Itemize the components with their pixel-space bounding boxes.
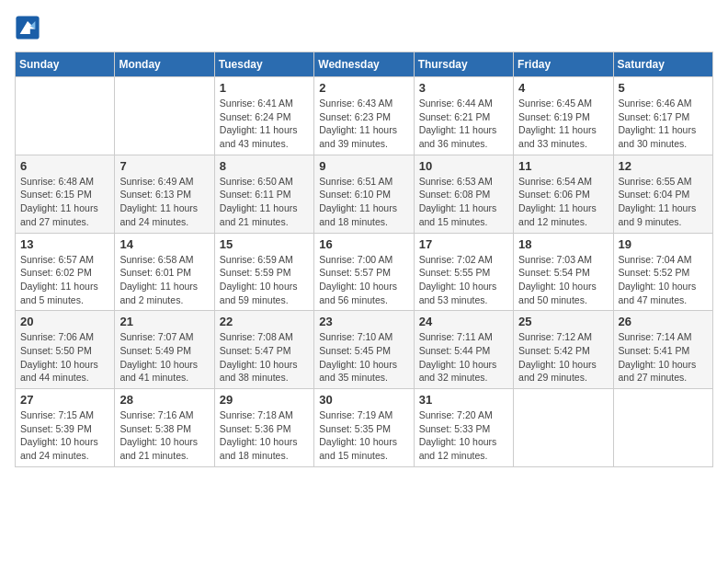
- day-number: 13: [20, 237, 109, 251]
- calendar-cell: [115, 77, 214, 155]
- calendar-week-row: 13Sunrise: 6:57 AM Sunset: 6:02 PM Dayli…: [16, 233, 713, 311]
- calendar-table: SundayMondayTuesdayWednesdayThursdayFrid…: [15, 52, 713, 467]
- calendar-cell: 14Sunrise: 6:58 AM Sunset: 6:01 PM Dayli…: [115, 233, 214, 311]
- column-header-sunday: Sunday: [16, 52, 115, 77]
- day-info: Sunrise: 6:48 AM Sunset: 6:15 PM Dayligh…: [20, 175, 109, 229]
- day-number: 28: [119, 393, 209, 407]
- calendar-cell: 18Sunrise: 7:03 AM Sunset: 5:54 PM Dayli…: [514, 233, 613, 311]
- logo: [15, 15, 44, 40]
- day-info: Sunrise: 6:41 AM Sunset: 6:24 PM Dayligh…: [220, 97, 309, 151]
- calendar-cell: 9Sunrise: 6:51 AM Sunset: 6:10 PM Daylig…: [314, 155, 414, 233]
- day-info: Sunrise: 7:15 AM Sunset: 5:39 PM Dayligh…: [20, 408, 109, 463]
- day-number: 25: [518, 315, 608, 328]
- calendar-cell: 3Sunrise: 6:44 AM Sunset: 6:21 PM Daylig…: [414, 77, 513, 155]
- column-header-friday: Friday: [514, 52, 613, 77]
- day-info: Sunrise: 6:54 AM Sunset: 6:06 PM Dayligh…: [518, 175, 608, 229]
- day-info: Sunrise: 6:45 AM Sunset: 6:19 PM Dayligh…: [518, 97, 608, 151]
- day-number: 16: [319, 237, 408, 251]
- day-info: Sunrise: 7:07 AM Sunset: 5:49 PM Dayligh…: [119, 330, 209, 385]
- logo-icon: [15, 15, 40, 40]
- calendar-cell: 16Sunrise: 7:00 AM Sunset: 5:57 PM Dayli…: [314, 233, 414, 311]
- calendar-cell: 17Sunrise: 7:02 AM Sunset: 5:55 PM Dayli…: [414, 233, 513, 311]
- day-info: Sunrise: 6:51 AM Sunset: 6:10 PM Dayligh…: [319, 175, 408, 229]
- day-info: Sunrise: 6:44 AM Sunset: 6:21 PM Dayligh…: [419, 97, 508, 151]
- calendar-cell: 29Sunrise: 7:18 AM Sunset: 5:36 PM Dayli…: [214, 389, 313, 467]
- day-info: Sunrise: 6:55 AM Sunset: 6:04 PM Dayligh…: [619, 175, 708, 229]
- day-number: 26: [619, 315, 708, 328]
- day-number: 29: [220, 393, 309, 407]
- page-header: [15, 15, 713, 40]
- day-number: 7: [119, 159, 209, 173]
- calendar-cell: 27Sunrise: 7:15 AM Sunset: 5:39 PM Dayli…: [16, 389, 115, 467]
- day-number: 31: [419, 393, 508, 407]
- day-number: 3: [419, 81, 508, 95]
- calendar-cell: 25Sunrise: 7:12 AM Sunset: 5:42 PM Dayli…: [514, 311, 613, 389]
- calendar-cell: [16, 77, 115, 155]
- day-info: Sunrise: 6:53 AM Sunset: 6:08 PM Dayligh…: [419, 175, 508, 229]
- calendar-cell: 5Sunrise: 6:46 AM Sunset: 6:17 PM Daylig…: [613, 77, 712, 155]
- calendar-cell: 6Sunrise: 6:48 AM Sunset: 6:15 PM Daylig…: [16, 155, 115, 233]
- day-number: 19: [619, 237, 708, 251]
- day-number: 5: [619, 81, 708, 95]
- day-number: 11: [518, 159, 608, 173]
- calendar-cell: 26Sunrise: 7:14 AM Sunset: 5:41 PM Dayli…: [613, 311, 712, 389]
- day-info: Sunrise: 6:49 AM Sunset: 6:13 PM Dayligh…: [119, 175, 209, 229]
- day-number: 23: [319, 315, 408, 328]
- calendar-cell: 19Sunrise: 7:04 AM Sunset: 5:52 PM Dayli…: [613, 233, 712, 311]
- day-number: 8: [220, 159, 309, 173]
- calendar-cell: 20Sunrise: 7:06 AM Sunset: 5:50 PM Dayli…: [16, 311, 115, 389]
- calendar-cell: 24Sunrise: 7:11 AM Sunset: 5:44 PM Dayli…: [414, 311, 513, 389]
- column-header-saturday: Saturday: [613, 52, 712, 77]
- day-number: 27: [20, 393, 109, 407]
- day-info: Sunrise: 7:11 AM Sunset: 5:44 PM Dayligh…: [419, 330, 508, 385]
- calendar-week-row: 27Sunrise: 7:15 AM Sunset: 5:39 PM Dayli…: [16, 389, 713, 467]
- day-info: Sunrise: 6:57 AM Sunset: 6:02 PM Dayligh…: [20, 253, 109, 307]
- day-info: Sunrise: 6:43 AM Sunset: 6:23 PM Dayligh…: [319, 97, 408, 151]
- day-number: 12: [619, 159, 708, 173]
- day-info: Sunrise: 7:12 AM Sunset: 5:42 PM Dayligh…: [518, 330, 608, 385]
- day-number: 30: [319, 393, 408, 407]
- day-number: 1: [220, 81, 309, 95]
- calendar-header-row: SundayMondayTuesdayWednesdayThursdayFrid…: [16, 52, 713, 77]
- day-info: Sunrise: 7:00 AM Sunset: 5:57 PM Dayligh…: [319, 253, 408, 307]
- day-info: Sunrise: 7:06 AM Sunset: 5:50 PM Dayligh…: [20, 330, 109, 385]
- calendar-cell: 28Sunrise: 7:16 AM Sunset: 5:38 PM Dayli…: [115, 389, 214, 467]
- calendar-cell: 10Sunrise: 6:53 AM Sunset: 6:08 PM Dayli…: [414, 155, 513, 233]
- day-number: 4: [518, 81, 608, 95]
- day-info: Sunrise: 7:16 AM Sunset: 5:38 PM Dayligh…: [119, 408, 209, 463]
- day-info: Sunrise: 7:04 AM Sunset: 5:52 PM Dayligh…: [619, 253, 708, 307]
- calendar-cell: 13Sunrise: 6:57 AM Sunset: 6:02 PM Dayli…: [16, 233, 115, 311]
- calendar-week-row: 20Sunrise: 7:06 AM Sunset: 5:50 PM Dayli…: [16, 311, 713, 389]
- calendar-cell: 1Sunrise: 6:41 AM Sunset: 6:24 PM Daylig…: [214, 77, 313, 155]
- column-header-tuesday: Tuesday: [214, 52, 313, 77]
- day-info: Sunrise: 6:46 AM Sunset: 6:17 PM Dayligh…: [619, 97, 708, 151]
- column-header-monday: Monday: [115, 52, 214, 77]
- calendar-cell: 15Sunrise: 6:59 AM Sunset: 5:59 PM Dayli…: [214, 233, 313, 311]
- day-info: Sunrise: 7:02 AM Sunset: 5:55 PM Dayligh…: [419, 253, 508, 307]
- calendar-cell: [514, 389, 613, 467]
- calendar-cell: 8Sunrise: 6:50 AM Sunset: 6:11 PM Daylig…: [214, 155, 313, 233]
- day-number: 24: [419, 315, 508, 328]
- day-info: Sunrise: 7:10 AM Sunset: 5:45 PM Dayligh…: [319, 330, 408, 385]
- day-number: 18: [518, 237, 608, 251]
- day-info: Sunrise: 6:58 AM Sunset: 6:01 PM Dayligh…: [119, 253, 209, 307]
- day-number: 21: [119, 315, 209, 328]
- calendar-cell: 23Sunrise: 7:10 AM Sunset: 5:45 PM Dayli…: [314, 311, 414, 389]
- calendar-cell: 12Sunrise: 6:55 AM Sunset: 6:04 PM Dayli…: [613, 155, 712, 233]
- day-number: 10: [419, 159, 508, 173]
- calendar-cell: 30Sunrise: 7:19 AM Sunset: 5:35 PM Dayli…: [314, 389, 414, 467]
- calendar-cell: 22Sunrise: 7:08 AM Sunset: 5:47 PM Dayli…: [214, 311, 313, 389]
- calendar-cell: 2Sunrise: 6:43 AM Sunset: 6:23 PM Daylig…: [314, 77, 414, 155]
- calendar-cell: 11Sunrise: 6:54 AM Sunset: 6:06 PM Dayli…: [514, 155, 613, 233]
- day-info: Sunrise: 6:50 AM Sunset: 6:11 PM Dayligh…: [220, 175, 309, 229]
- day-info: Sunrise: 7:20 AM Sunset: 5:33 PM Dayligh…: [419, 408, 508, 463]
- calendar-cell: 31Sunrise: 7:20 AM Sunset: 5:33 PM Dayli…: [414, 389, 513, 467]
- day-number: 6: [20, 159, 109, 173]
- column-header-thursday: Thursday: [414, 52, 513, 77]
- day-info: Sunrise: 7:14 AM Sunset: 5:41 PM Dayligh…: [619, 330, 708, 385]
- calendar-cell: 7Sunrise: 6:49 AM Sunset: 6:13 PM Daylig…: [115, 155, 214, 233]
- calendar-cell: [613, 389, 712, 467]
- calendar-week-row: 6Sunrise: 6:48 AM Sunset: 6:15 PM Daylig…: [16, 155, 713, 233]
- day-number: 20: [20, 315, 109, 328]
- day-number: 2: [319, 81, 408, 95]
